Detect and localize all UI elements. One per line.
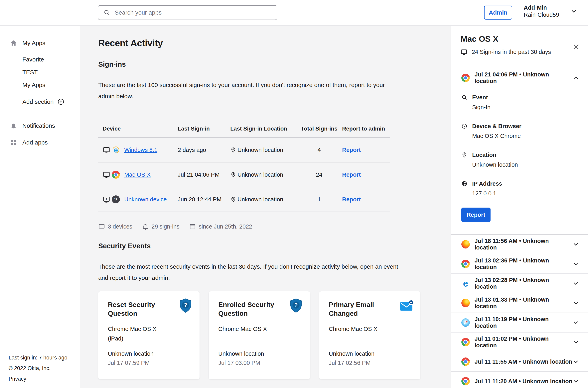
firefox-icon <box>461 299 470 307</box>
user-menu[interactable]: Add-Min Rain-Cloud59 <box>524 4 577 18</box>
report-link[interactable]: Report <box>342 196 361 203</box>
chevron-down-icon[interactable] <box>572 339 579 345</box>
calendar-icon <box>189 223 196 230</box>
event-title: Reset Security Question <box>108 300 170 318</box>
sidebar-item-my-apps[interactable]: My Apps <box>0 37 79 49</box>
event-title: Primary Email Changed <box>329 300 391 318</box>
signin-entry[interactable]: Jul 18 11:56 AM • Unknown location <box>451 235 588 254</box>
security-events-heading: Security Events <box>98 242 441 250</box>
entry-header: Jul 21 04:06 PM • Unknown location <box>475 71 572 84</box>
event-time: Jul 17 02:56 PM <box>329 360 371 366</box>
sidebar-item-test[interactable]: TEST <box>0 66 79 79</box>
chevron-down-icon[interactable] <box>572 280 579 287</box>
copyright-text: © 2022 Okta, Inc. <box>9 363 67 374</box>
sidebar-item-label: My Apps <box>22 40 45 47</box>
total-signins-value: 24 <box>296 171 342 178</box>
security-event-card[interactable]: Enrolled Security Question Chrome Mac OS… <box>209 291 310 379</box>
col-total: Total Sign-ins <box>296 125 342 132</box>
signin-entry[interactable]: Jul 11 11:20 AM • Unknown location <box>451 372 588 388</box>
chevron-down-icon[interactable] <box>572 300 579 306</box>
chrome-icon <box>112 171 120 179</box>
search-input[interactable] <box>115 9 272 16</box>
sidebar-item-notifications[interactable]: Notifications <box>0 119 79 132</box>
close-icon[interactable] <box>572 43 580 50</box>
table-row: e Windows 8.1 2 days ago Unknown locatio… <box>98 138 390 163</box>
chrome-icon <box>461 74 470 82</box>
detail-field-location: Location Unknown location <box>461 150 578 170</box>
signin-entry[interactable]: e Jul 13 02:28 PM • Unknown location <box>451 274 588 293</box>
chrome-icon <box>461 338 470 346</box>
panel-subtitle: 24 Sign-ins in the past 30 days <box>460 48 578 55</box>
plus-circle-icon <box>57 98 65 105</box>
event-agent: Chrome Mac OS X <box>218 324 300 334</box>
event-location: Unknown location <box>329 350 375 357</box>
admin-button[interactable]: Admin <box>484 6 512 20</box>
event-time: Jul 17 03:00 PM <box>218 360 260 366</box>
signin-entry[interactable]: Jul 11 10:19 PM • Unknown location <box>451 313 588 333</box>
globe-icon <box>461 181 467 187</box>
signin-entry-expanded[interactable]: Jul 21 04:06 PM • Unknown location <box>451 68 588 87</box>
device-link[interactable]: Mac OS X <box>124 171 151 178</box>
monitor-icon <box>103 171 110 178</box>
sidebar-item-label: Notifications <box>22 122 55 129</box>
location-pin-icon <box>230 172 236 178</box>
chevron-down-icon[interactable] <box>572 241 579 248</box>
app-search[interactable] <box>98 5 277 20</box>
signin-entry-list: Jul 18 11:56 AM • Unknown location Jul 1… <box>451 234 588 388</box>
signin-entry[interactable]: Jul 11 11:55 AM • Unknown location <box>451 352 588 372</box>
device-link[interactable]: Unknown device <box>124 196 167 203</box>
shield-question-icon <box>289 298 303 313</box>
sidebar-nav: My Apps Favorite TEST My Apps Add sectio… <box>0 25 79 149</box>
event-agent: Chrome Mac OS X <box>329 324 411 334</box>
signins-summary: 3 devices 29 sign-ins since Jun 25th, 20… <box>98 223 441 230</box>
table-header-row: Device Last Sign-in Last Sign-in Locatio… <box>98 120 390 138</box>
security-event-card[interactable]: Reset Security Question Chrome Mac OS X … <box>98 291 200 379</box>
sidebar-item-add-section[interactable]: Add section <box>0 96 79 108</box>
search-icon <box>461 95 467 100</box>
monitor-icon <box>460 48 467 55</box>
user-name-line1: Add-Min <box>524 4 559 11</box>
col-location: Last Sign-in Location <box>230 125 296 132</box>
last-sign-in-text: Last sign in: 7 hours ago <box>9 352 67 363</box>
device-detail-panel: Mac OS X 24 Sign-ins in the past 30 days… <box>451 26 588 388</box>
panel-title: Mac OS X <box>460 34 578 44</box>
topbar: Admin Add-Min Rain-Cloud59 <box>0 0 588 25</box>
col-device: Device <box>98 125 178 132</box>
signin-entry[interactable]: Jul 11 01:02 PM • Unknown location <box>451 333 588 352</box>
since-date: since Jun 25th, 2022 <box>189 223 252 230</box>
report-link[interactable]: Report <box>342 171 361 178</box>
chevron-down-icon[interactable] <box>572 319 579 326</box>
report-link[interactable]: Report <box>342 147 361 153</box>
security-event-card[interactable]: Primary Email Changed Chrome Mac OS X Un… <box>319 291 420 379</box>
signins-table: Device Last Sign-in Last Sign-in Locatio… <box>98 120 390 212</box>
signin-entry-details: Event Sign-In Device & Browser Mac OS X … <box>451 87 588 222</box>
grid-icon <box>10 139 17 146</box>
chevron-down-icon[interactable] <box>572 378 579 385</box>
chevron-down-icon[interactable] <box>572 358 579 365</box>
page-title: Recent Activity <box>98 38 441 48</box>
col-report: Report to admin <box>342 125 390 132</box>
okta-dashboard: okta My Apps Favorite TEST My Apps Add s… <box>0 0 588 388</box>
shield-question-icon <box>179 298 192 313</box>
signin-entry[interactable]: Jul 13 01:33 PM • Unknown location <box>451 293 588 313</box>
signin-entry[interactable]: Jul 13 02:36 PM • Unknown location <box>451 254 588 274</box>
total-signins-value: 4 <box>296 147 342 153</box>
last-signin-value: Jun 28 12:44 PM <box>178 196 230 203</box>
report-button[interactable]: Report <box>461 208 490 222</box>
location-pin-icon <box>230 147 236 153</box>
chevron-down-icon[interactable] <box>572 261 579 267</box>
chevron-up-icon[interactable] <box>572 74 579 81</box>
sidebar-item-my-apps-2[interactable]: My Apps <box>0 79 79 91</box>
sidebar-item-add-apps[interactable]: Add apps <box>0 136 79 149</box>
location-pin-icon <box>230 196 236 202</box>
sidebar-item-label: My Apps <box>22 82 45 88</box>
sidebar-item-favorite[interactable]: Favorite <box>0 53 79 66</box>
privacy-link[interactable]: Privacy <box>9 374 67 384</box>
signins-heading: Sign-ins <box>98 60 441 69</box>
signins-count: 29 sign-ins <box>142 223 179 230</box>
device-link[interactable]: Windows 8.1 <box>124 147 157 153</box>
monitor-question-icon <box>103 195 110 203</box>
sidebar-item-label: TEST <box>22 69 38 76</box>
chevron-down-icon <box>570 8 577 15</box>
signins-description: These are the last 100 successful sign-i… <box>98 79 441 102</box>
